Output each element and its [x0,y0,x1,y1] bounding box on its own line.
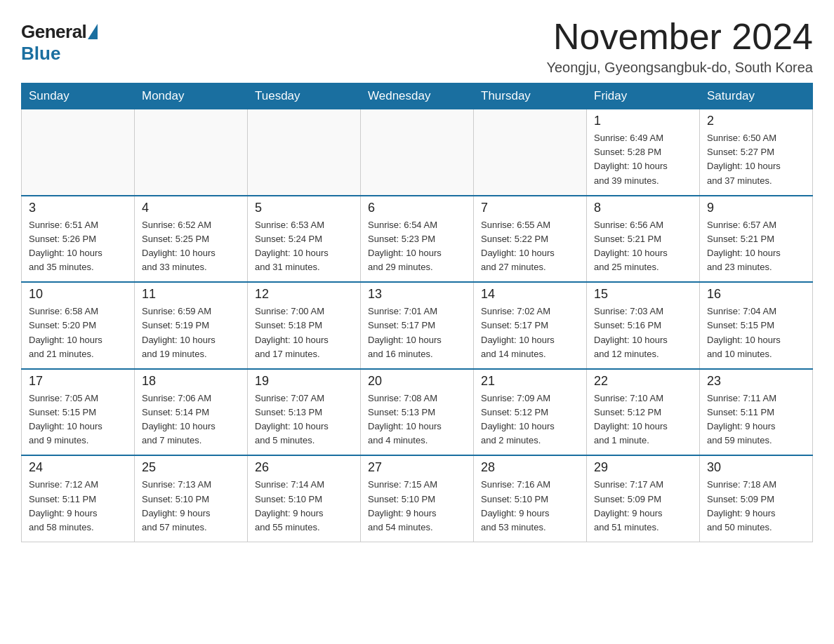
calendar-table: SundayMondayTuesdayWednesdayThursdayFrid… [21,83,813,542]
calendar-cell [474,109,587,196]
logo: General Blue [21,17,98,65]
day-info: Sunrise: 6:56 AM Sunset: 5:21 PM Dayligh… [594,218,692,275]
day-info: Sunrise: 6:55 AM Sunset: 5:22 PM Dayligh… [481,218,579,275]
calendar-cell [248,109,361,196]
day-number: 29 [594,460,692,475]
day-number: 11 [142,287,240,302]
day-number: 3 [29,201,127,215]
calendar-cell: 28Sunrise: 7:16 AM Sunset: 5:10 PM Dayli… [474,455,587,542]
day-info: Sunrise: 6:58 AM Sunset: 5:20 PM Dayligh… [29,304,127,361]
day-info: Sunrise: 7:08 AM Sunset: 5:13 PM Dayligh… [368,391,466,448]
day-info: Sunrise: 7:17 AM Sunset: 5:09 PM Dayligh… [594,478,692,535]
day-number: 13 [368,287,466,302]
day-number: 16 [707,287,805,302]
calendar-cell: 15Sunrise: 7:03 AM Sunset: 5:16 PM Dayli… [587,282,700,369]
calendar-cell: 3Sunrise: 6:51 AM Sunset: 5:26 PM Daylig… [22,196,135,283]
calendar-week-row: 3Sunrise: 6:51 AM Sunset: 5:26 PM Daylig… [22,196,813,283]
day-info: Sunrise: 7:11 AM Sunset: 5:11 PM Dayligh… [707,391,805,448]
calendar-cell: 21Sunrise: 7:09 AM Sunset: 5:12 PM Dayli… [474,369,587,456]
day-info: Sunrise: 6:53 AM Sunset: 5:24 PM Dayligh… [255,218,353,275]
day-number: 7 [481,201,579,215]
day-number: 27 [368,460,466,475]
calendar-week-row: 1Sunrise: 6:49 AM Sunset: 5:28 PM Daylig… [22,109,813,196]
day-number: 2 [707,114,805,128]
weekday-header-monday: Monday [135,83,248,109]
calendar-cell: 12Sunrise: 7:00 AM Sunset: 5:18 PM Dayli… [248,282,361,369]
day-number: 20 [368,374,466,389]
calendar-cell: 11Sunrise: 6:59 AM Sunset: 5:19 PM Dayli… [135,282,248,369]
calendar-cell: 20Sunrise: 7:08 AM Sunset: 5:13 PM Dayli… [361,369,474,456]
calendar-cell: 2Sunrise: 6:50 AM Sunset: 5:27 PM Daylig… [700,109,813,196]
day-info: Sunrise: 6:59 AM Sunset: 5:19 PM Dayligh… [142,304,240,361]
day-info: Sunrise: 6:50 AM Sunset: 5:27 PM Dayligh… [707,131,805,188]
day-info: Sunrise: 7:03 AM Sunset: 5:16 PM Dayligh… [594,304,692,361]
day-info: Sunrise: 7:15 AM Sunset: 5:10 PM Dayligh… [368,478,466,535]
day-number: 9 [707,201,805,215]
day-number: 18 [142,374,240,389]
title-area: November 2024 Yeongju, Gyeongsangbuk-do,… [546,17,813,76]
day-info: Sunrise: 6:54 AM Sunset: 5:23 PM Dayligh… [368,218,466,275]
weekday-header-wednesday: Wednesday [361,83,474,109]
day-info: Sunrise: 6:51 AM Sunset: 5:26 PM Dayligh… [29,218,127,275]
day-number: 14 [481,287,579,302]
calendar-cell: 23Sunrise: 7:11 AM Sunset: 5:11 PM Dayli… [700,369,813,456]
calendar-cell: 5Sunrise: 6:53 AM Sunset: 5:24 PM Daylig… [248,196,361,283]
calendar-cell: 13Sunrise: 7:01 AM Sunset: 5:17 PM Dayli… [361,282,474,369]
calendar-cell: 19Sunrise: 7:07 AM Sunset: 5:13 PM Dayli… [248,369,361,456]
day-number: 30 [707,460,805,475]
day-number: 6 [368,201,466,215]
calendar-header-row: SundayMondayTuesdayWednesdayThursdayFrid… [22,83,813,109]
day-number: 8 [594,201,692,215]
day-info: Sunrise: 7:12 AM Sunset: 5:11 PM Dayligh… [29,478,127,535]
day-number: 17 [29,374,127,389]
day-info: Sunrise: 7:13 AM Sunset: 5:10 PM Dayligh… [142,478,240,535]
day-number: 23 [707,374,805,389]
calendar-cell: 17Sunrise: 7:05 AM Sunset: 5:15 PM Dayli… [22,369,135,456]
day-info: Sunrise: 6:49 AM Sunset: 5:28 PM Dayligh… [594,131,692,188]
calendar-cell: 4Sunrise: 6:52 AM Sunset: 5:25 PM Daylig… [135,196,248,283]
calendar-cell: 26Sunrise: 7:14 AM Sunset: 5:10 PM Dayli… [248,455,361,542]
day-info: Sunrise: 7:05 AM Sunset: 5:15 PM Dayligh… [29,391,127,448]
calendar-cell: 7Sunrise: 6:55 AM Sunset: 5:22 PM Daylig… [474,196,587,283]
day-number: 12 [255,287,353,302]
day-number: 21 [481,374,579,389]
day-number: 4 [142,201,240,215]
calendar-week-row: 10Sunrise: 6:58 AM Sunset: 5:20 PM Dayli… [22,282,813,369]
day-number: 10 [29,287,127,302]
day-info: Sunrise: 7:10 AM Sunset: 5:12 PM Dayligh… [594,391,692,448]
day-number: 1 [594,114,692,128]
weekday-header-sunday: Sunday [22,83,135,109]
calendar-cell: 29Sunrise: 7:17 AM Sunset: 5:09 PM Dayli… [587,455,700,542]
day-number: 19 [255,374,353,389]
calendar-cell: 1Sunrise: 6:49 AM Sunset: 5:28 PM Daylig… [587,109,700,196]
day-info: Sunrise: 7:09 AM Sunset: 5:12 PM Dayligh… [481,391,579,448]
calendar-cell: 14Sunrise: 7:02 AM Sunset: 5:17 PM Dayli… [474,282,587,369]
day-info: Sunrise: 6:57 AM Sunset: 5:21 PM Dayligh… [707,218,805,275]
header: General Blue November 2024 Yeongju, Gyeo… [21,17,813,76]
calendar-cell [361,109,474,196]
weekday-header-saturday: Saturday [700,83,813,109]
day-info: Sunrise: 7:18 AM Sunset: 5:09 PM Dayligh… [707,478,805,535]
day-info: Sunrise: 7:00 AM Sunset: 5:18 PM Dayligh… [255,304,353,361]
calendar-cell: 24Sunrise: 7:12 AM Sunset: 5:11 PM Dayli… [22,455,135,542]
calendar-cell: 16Sunrise: 7:04 AM Sunset: 5:15 PM Dayli… [700,282,813,369]
month-title: November 2024 [546,17,813,57]
weekday-header-thursday: Thursday [474,83,587,109]
day-number: 24 [29,460,127,475]
location-title: Yeongju, Gyeongsangbuk-do, South Korea [546,60,813,76]
logo-triangle-icon [88,24,98,39]
calendar-cell [135,109,248,196]
day-number: 25 [142,460,240,475]
day-info: Sunrise: 6:52 AM Sunset: 5:25 PM Dayligh… [142,218,240,275]
calendar-cell: 8Sunrise: 6:56 AM Sunset: 5:21 PM Daylig… [587,196,700,283]
calendar-cell: 6Sunrise: 6:54 AM Sunset: 5:23 PM Daylig… [361,196,474,283]
day-number: 5 [255,201,353,215]
day-number: 22 [594,374,692,389]
day-number: 28 [481,460,579,475]
day-info: Sunrise: 7:02 AM Sunset: 5:17 PM Dayligh… [481,304,579,361]
calendar-cell: 27Sunrise: 7:15 AM Sunset: 5:10 PM Dayli… [361,455,474,542]
day-info: Sunrise: 7:16 AM Sunset: 5:10 PM Dayligh… [481,478,579,535]
calendar-cell: 10Sunrise: 6:58 AM Sunset: 5:20 PM Dayli… [22,282,135,369]
calendar-cell: 18Sunrise: 7:06 AM Sunset: 5:14 PM Dayli… [135,369,248,456]
calendar-cell: 9Sunrise: 6:57 AM Sunset: 5:21 PM Daylig… [700,196,813,283]
